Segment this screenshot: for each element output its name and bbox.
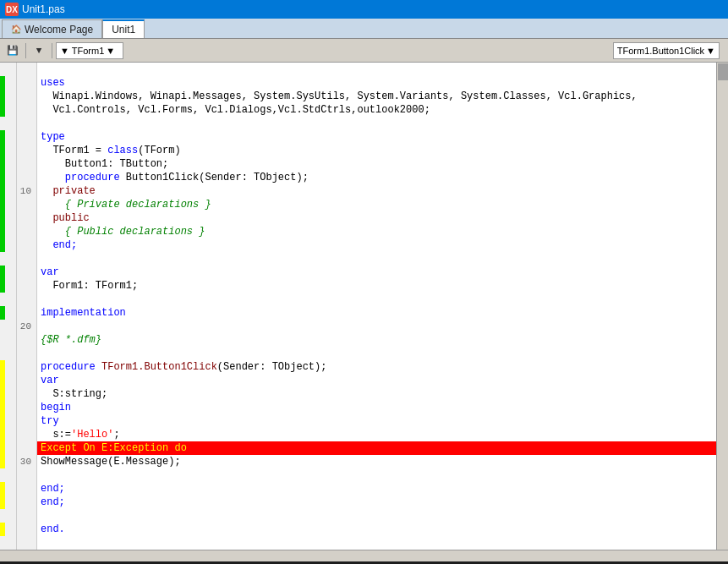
v-scroll-thumb[interactable] bbox=[718, 63, 728, 80]
tab-bar: 🏠 Welcome Page Unit1 bbox=[0, 19, 728, 39]
tab-unit1[interactable]: Unit1 bbox=[102, 19, 145, 38]
method-dropdown-arrow: ▼ bbox=[706, 46, 715, 56]
toolbar-sep-2 bbox=[52, 43, 52, 58]
v-scrollbar[interactable] bbox=[716, 63, 728, 550]
toolbar-arrow-btn[interactable]: ▼ bbox=[30, 41, 48, 60]
title-bar: DX Unit1.pas bbox=[0, 0, 728, 19]
app-icon: DX bbox=[5, 3, 19, 16]
toolbar: 💾 ▼ ▼ TForm1 ▼ TForm1.Button1Click ▼ bbox=[0, 39, 728, 63]
method-dropdown-value: TForm1.Button1Click bbox=[617, 46, 704, 56]
editor-wrapper: 102030 uses Winapi.Windows, Winapi.Messa… bbox=[0, 63, 728, 550]
tab-welcome-label: Welcome Page bbox=[25, 24, 93, 36]
toolbar-sep-1 bbox=[25, 43, 26, 58]
gutter bbox=[5, 63, 17, 550]
class-dropdown-arrow: ▼ bbox=[106, 46, 115, 56]
welcome-icon: 🏠 bbox=[11, 25, 21, 34]
tab-welcome[interactable]: 🏠 Welcome Page bbox=[2, 19, 102, 38]
method-dropdown[interactable]: TForm1.Button1Click ▼ bbox=[613, 42, 720, 59]
class-dropdown[interactable]: ▼ TForm1 ▼ bbox=[56, 42, 123, 59]
line-numbers: 102030 bbox=[17, 63, 37, 550]
window-title: Unit1.pas bbox=[22, 3, 65, 15]
tab-unit1-label: Unit1 bbox=[112, 24, 135, 36]
code-area[interactable]: uses Winapi.Windows, Winapi.Messages, Sy… bbox=[37, 63, 716, 550]
toolbar-save-btn[interactable]: 💾 bbox=[3, 41, 22, 60]
h-scrollbar[interactable] bbox=[0, 550, 728, 561]
class-dropdown-value: ▼ TForm1 bbox=[60, 46, 104, 56]
